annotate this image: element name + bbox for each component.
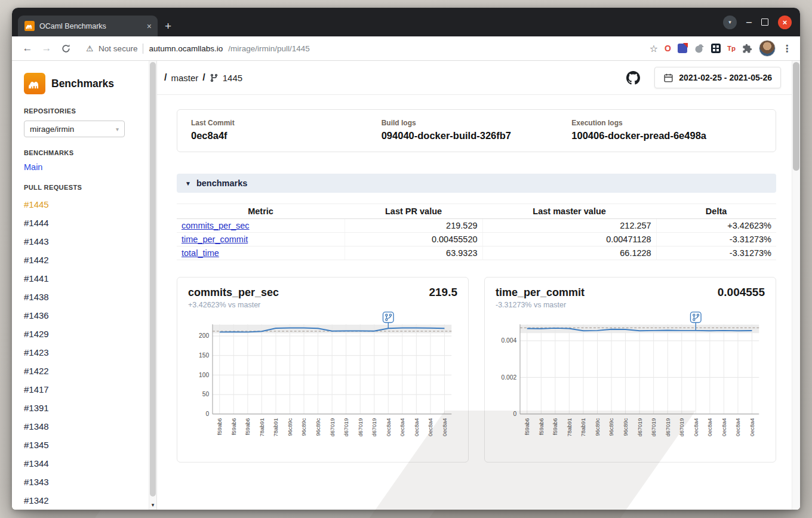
sidebar-pr-link[interactable]: #1429	[24, 329, 139, 340]
tab-favicon-camel-icon	[24, 21, 35, 31]
commit-summary-card: Last Commit 0ec8a4f Build logs 094040-do…	[177, 109, 776, 152]
sidebar-pr-link[interactable]: #1436	[24, 310, 139, 321]
svg-text:f59ab6: f59ab6	[552, 418, 558, 435]
svg-text:0ec8a4: 0ec8a4	[399, 418, 405, 436]
breadcrumb-branch[interactable]: master	[171, 73, 198, 83]
reload-button[interactable]	[57, 44, 74, 54]
svg-text:96c89c: 96c89c	[608, 418, 614, 436]
scroll-down-arrow-icon[interactable]: ▾	[149, 502, 156, 508]
metric-link[interactable]: total_time	[182, 248, 219, 258]
build-logs-value: 094040-docker-build-326fb7	[382, 130, 572, 141]
sidebar-pr-link[interactable]: #1348	[24, 421, 139, 432]
sidebar-pr-link[interactable]: #1345	[24, 440, 139, 451]
chart-title: commits_per_sec	[188, 286, 279, 299]
chart-delta-label: +3.42623% vs master	[188, 301, 279, 309]
sidebar-pr-link[interactable]: #1343	[24, 477, 139, 488]
sidebar-pr-link[interactable]: #1423	[24, 347, 139, 358]
chevron-down-icon: ▾	[116, 126, 119, 132]
sidebar-scrollbar-thumb[interactable]	[150, 62, 156, 497]
sidebar-pr-link[interactable]: #1391	[24, 403, 139, 414]
sidebar-pr-link[interactable]: #1445	[24, 199, 139, 210]
profile-avatar[interactable]	[759, 40, 776, 57]
sidebar-pr-link[interactable]: #1344	[24, 458, 139, 469]
window-minimize-button[interactable]: –	[746, 19, 752, 25]
execution-logs-value: 100406-docker-pread-6e498a	[571, 130, 762, 141]
window-maximize-button[interactable]	[761, 18, 768, 26]
metric-link[interactable]: commits_per_sec	[182, 221, 250, 230]
extension-onetab-icon[interactable]: O	[665, 44, 671, 53]
browser-profile-button[interactable]: ▾	[723, 16, 737, 29]
benchmarks-section-title: benchmarks	[196, 178, 247, 188]
build-logs-label: Build logs	[382, 119, 572, 127]
collapse-caret-icon: ▼	[185, 180, 191, 187]
reload-icon	[61, 44, 71, 54]
date-range-picker[interactable]: 2021-02-25 - 2021-05-26	[654, 67, 781, 88]
main-scrollbar[interactable]	[792, 61, 800, 510]
svg-text:f59ab6: f59ab6	[217, 418, 223, 435]
sidebar-scrollbar[interactable]: ▾	[149, 61, 156, 510]
forward-button[interactable]: →	[38, 42, 55, 54]
extension-grid-icon[interactable]	[711, 44, 721, 53]
sidebar-pr-link[interactable]: #1438	[24, 292, 139, 303]
svg-text:78ab91: 78ab91	[273, 418, 279, 437]
table-row: time_per_commit0.004555200.00471128-3.31…	[177, 233, 776, 246]
svg-text:f59ab6: f59ab6	[245, 418, 251, 435]
breadcrumb-slash: /	[202, 72, 205, 83]
svg-text:d67019: d67019	[665, 418, 671, 437]
sidebar-pr-link[interactable]: #1342	[24, 495, 139, 506]
metric-link[interactable]: time_per_commit	[182, 235, 248, 244]
svg-text:96c89c: 96c89c	[595, 418, 601, 436]
table-cell: -3.31273%	[656, 233, 776, 246]
sidebar-pr-link[interactable]: #1441	[24, 273, 139, 284]
svg-text:78ab91: 78ab91	[259, 418, 265, 437]
browser-menu-icon[interactable]: ⋮	[782, 43, 792, 54]
table-header: Last master value	[482, 204, 656, 219]
chevron-down-icon: ▾	[728, 19, 731, 25]
svg-text:96c89c: 96c89c	[287, 418, 293, 436]
svg-text:0.002: 0.002	[501, 374, 516, 381]
extension-shield-icon[interactable]	[678, 44, 687, 53]
line-chart-time-per-commit[interactable]: 00.0020.004f59ab6f59ab6f59ab678ab9178ab9…	[496, 310, 765, 457]
chart-card-commits-per-sec: commits_per_sec +3.42623% vs master 219.…	[177, 277, 469, 462]
repository-select[interactable]: mirage/irmin ▾	[24, 121, 125, 137]
app-title: Benchmarks	[51, 78, 114, 90]
sidebar-item-main[interactable]: Main	[24, 162, 139, 172]
svg-text:d67019: d67019	[679, 418, 685, 437]
github-link-icon[interactable]	[626, 71, 640, 85]
svg-text:f59ab6: f59ab6	[539, 418, 545, 435]
breadcrumb-pr-number: 1445	[223, 73, 242, 83]
sidebar-pr-link[interactable]: #1443	[24, 236, 139, 247]
browser-window: OCaml Benchmarks × + ▾ – × ← → ⚠ Not sec…	[12, 8, 800, 510]
browser-tab[interactable]: OCaml Benchmarks ×	[18, 16, 158, 36]
tab-close-icon[interactable]: ×	[146, 22, 153, 30]
svg-text:f59ab6: f59ab6	[524, 418, 530, 435]
chart-title: time_per_commit	[496, 286, 585, 299]
benchmarks-table: MetricLast PR valueLast master valueDelt…	[177, 204, 776, 260]
last-commit-label: Last Commit	[191, 119, 382, 127]
svg-text:d67019: d67019	[343, 418, 349, 437]
bookmark-star-icon[interactable]: ☆	[650, 43, 658, 54]
sidebar-pr-link[interactable]: #1444	[24, 218, 139, 229]
address-bar[interactable]: ⚠ Not secure autumn.ocamllabs.io/mirage/…	[76, 44, 641, 54]
back-button[interactable]: ←	[19, 42, 36, 54]
extension-duck-icon[interactable]	[694, 43, 705, 54]
benchmarks-collapse-header[interactable]: ▼ benchmarks	[177, 174, 776, 193]
browser-toolbar: ← → ⚠ Not secure autumn.ocamllabs.io/mir…	[12, 36, 800, 61]
svg-text:0: 0	[513, 411, 516, 417]
sidebar-pr-link[interactable]: #1442	[24, 255, 139, 266]
line-chart-commits-per-sec[interactable]: 050100150200f59ab6f59ab6f59ab678ab9178ab…	[188, 310, 457, 457]
extension-tampermonkey-icon[interactable]: Tp	[727, 45, 736, 52]
new-tab-button[interactable]: +	[165, 21, 171, 31]
sidebar-pr-link[interactable]: #1417	[24, 384, 139, 395]
not-secure-warning-icon[interactable]: ⚠	[86, 44, 93, 53]
toolbar-right: ☆ O Tp ⋮	[644, 40, 793, 57]
table-cell: 0.00471128	[482, 233, 656, 246]
sidebar-pr-link[interactable]: #1422	[24, 366, 139, 377]
window-close-button[interactable]: ×	[778, 16, 792, 29]
tab-title: OCaml Benchmarks	[39, 22, 141, 30]
main-scrollbar-thumb[interactable]	[793, 62, 799, 171]
svg-text:0.004: 0.004	[501, 337, 516, 344]
extensions-puzzle-icon[interactable]	[742, 44, 752, 54]
chart-current-value: 219.5	[429, 286, 457, 299]
svg-text:150: 150	[199, 352, 209, 359]
